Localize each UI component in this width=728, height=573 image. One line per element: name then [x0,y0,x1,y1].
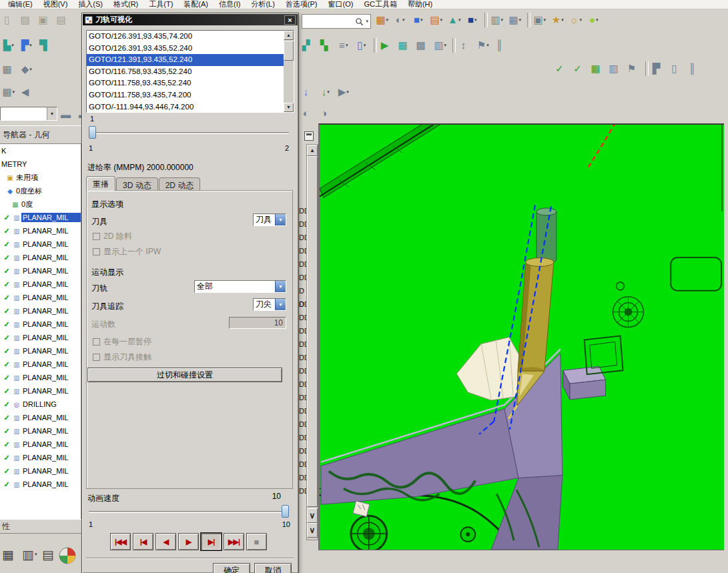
show-toolpath-icon[interactable]: ▞ [300,37,318,53]
checkbox-show-tool-contact[interactable]: 显示刀具接触 [93,352,151,363]
checkbox-2d-removal[interactable]: 2D 除料 [93,231,132,242]
menu-item[interactable]: 帮助(H) [402,0,438,9]
accept-icon[interactable]: ✓ [554,60,571,77]
tree-item[interactable]: ✓ PLANAR_MIL [1,277,81,291]
tree-item[interactable]: ✓ PLANAR_MIL [1,424,81,438]
verify-toolpath-icon[interactable]: ▦ [397,37,414,53]
panel-icon[interactable]: ▛ [651,60,668,77]
goto-row[interactable]: GOTO/126.391,93.435,52.240 [87,43,294,55]
back-icon[interactable]: ◀ [19,83,37,100]
grid-display-icon[interactable]: ▦▾ [375,11,392,28]
goto-row[interactable]: GOTO/121.391,93.435,52.240 [87,54,294,66]
grid-c-icon[interactable]: ▤ [41,544,61,564]
checkbox-pause-each-level[interactable]: 在每一层暂停 [93,336,151,348]
slider-handle[interactable] [89,126,96,139]
3d-viewport[interactable] [318,123,724,550]
tree-item[interactable]: ✓ PLANAR_MIL [1,318,81,331]
close-icon[interactable]: × [284,15,296,25]
tree-item[interactable]: ✓ PLANAR_MIL [1,224,81,237]
tree-item[interactable]: ✓ PLANAR_MIL [1,291,81,304]
tree-item[interactable]: ✓ PLANAR_MIL [1,304,81,318]
open-icon[interactable]: ▨ [19,11,37,28]
scroll-down-icon[interactable]: ∨ [307,523,318,538]
play-forward-button[interactable]: ▶ [178,533,199,550]
step-forward-button[interactable]: ▶| [201,533,222,550]
toolbar-separator[interactable] [452,38,456,53]
tree-item[interactable]: ✓ PLANAR_MIL [1,411,81,424]
toolpath-combo[interactable]: 全部 ▼ [194,280,286,293]
reuse-library-icon[interactable]: ◆▾ [19,61,37,77]
cancel-button[interactable]: 取消 [254,563,292,573]
tree-item[interactable]: ✓ PLANAR_MIL [1,464,81,478]
flag-marker-icon[interactable]: ⚑ [626,60,643,77]
flag-icon[interactable]: ⚑▾ [476,37,493,53]
stop-button[interactable]: ■ [246,533,267,550]
view-filter-combo[interactable]: ▼ [0,107,57,121]
play-to-end-button[interactable]: ▶▶| [224,533,244,550]
solid-cube-icon[interactable]: ■▾ [411,11,428,28]
tree-item[interactable]: K [0,144,81,157]
play-to-start-button[interactable]: |◀◀ [110,533,131,550]
scroll-down-icon[interactable]: ▼ [284,103,294,112]
restore-window-button[interactable] [304,131,314,141]
window-grid-icon[interactable]: ▦▾ [1,83,19,100]
import-icon[interactable]: ↓ [300,83,318,100]
gray-grid-icon[interactable]: ▥ [608,60,625,77]
dialog-titlebar[interactable]: 刀轨可视化 × [83,14,298,25]
generate-toolpath-icon[interactable]: ▶ [379,37,396,53]
navigator-grid-icon[interactable]: ▦ [1,61,19,77]
window-style-icon[interactable]: ■▾ [465,11,482,28]
sync-icon[interactable]: ↕ [458,37,475,53]
tree-item[interactable]: ✓ PLANAR_MIL [1,384,81,398]
menu-item[interactable]: 首选项(P) [280,0,323,9]
tool-trace-combo[interactable]: 刀尖 ▼ [253,298,286,311]
shop-document-icon[interactable]: ▯▾ [354,37,372,53]
menu-item[interactable]: 视图(V) [38,0,73,9]
export-icon[interactable]: ↓▾ [318,83,336,100]
copy-icon[interactable]: ▦▾ [508,11,525,28]
grid-b-icon[interactable]: ▥▾ [21,544,41,564]
note-icon[interactable]: ▯ [669,60,686,77]
goto-row[interactable]: GOTO/126.391,93.435,74.200 [87,31,294,43]
grid-a-icon[interactable]: ▦ [1,544,21,564]
tree-item[interactable]: ✓ DRILLING [1,398,81,411]
chevron-down-icon[interactable]: ▼ [47,107,57,120]
paste-icon[interactable]: ▥▾ [490,11,507,28]
play-small-icon[interactable]: ▶▾ [336,83,354,100]
list-icon[interactable]: ≡▾ [336,37,354,53]
nx-ball-icon[interactable] [59,547,76,564]
toolbar-separator[interactable] [374,38,377,53]
tree-item[interactable]: ✓ PLANAR_MIL [1,358,81,371]
chevron-down-icon[interactable]: ▾ [364,19,370,24]
goto-row[interactable]: GOTO/111.758,93.435,74.200 [87,89,294,101]
scroll-up-icon[interactable]: ▲ [307,145,318,156]
divider-bars-icon[interactable]: ║ [494,37,511,53]
bars-icon[interactable]: ║ [687,60,704,77]
tree-item[interactable]: ✓ PLANAR_MIL [1,237,81,251]
goto-list[interactable]: GOTO/126.391,93.435,74.200GOTO/126.391,9… [86,30,294,113]
tree-item[interactable]: ✓ PLANAR_MIL [1,251,81,264]
path-position-slider[interactable] [87,125,290,140]
tab[interactable]: 2D 动态 [159,177,201,191]
menu-item[interactable]: 插入(S) [73,0,108,9]
new-part-icon[interactable]: ▯ [1,11,19,28]
green-grid-icon[interactable]: ▦ [590,60,607,77]
menu-item[interactable]: 装配(A) [178,0,214,9]
snapshot-icon[interactable]: ▣▾ [532,11,550,28]
tree-item[interactable]: ✓ PLANAR_MIL [1,371,81,384]
postprocess-icon[interactable]: ▩ [415,37,432,53]
tree-item[interactable]: ✓ PLANAR_MIL [1,438,81,451]
goto-row[interactable]: GOTO/111.758,93.435,52.240 [87,77,294,89]
tab[interactable]: 重播 [86,176,115,191]
materials-icon[interactable]: ●▾ [587,11,604,28]
orient-view-icon[interactable]: ▲▾ [447,11,464,28]
tree-item[interactable]: METRY [0,157,81,171]
output-icon[interactable]: ▥▾ [433,37,450,53]
filter-a-icon[interactable]: ▬ [60,106,77,123]
slider-handle[interactable] [282,505,289,518]
apply-all-icon[interactable]: ✓ [572,60,589,77]
view-orient-icon[interactable]: ▙▾ [1,37,19,53]
scrollbar-thumb[interactable] [284,41,294,61]
shaded-view-icon[interactable]: ◐▾ [393,11,410,28]
menu-item[interactable]: GC工具箱 [358,0,402,9]
